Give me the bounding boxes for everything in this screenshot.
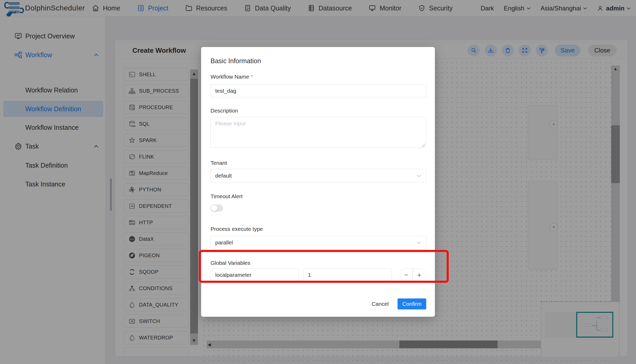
chevron-down-icon — [417, 174, 421, 177]
global-variable-value-input[interactable] — [303, 268, 392, 281]
required-mark: * — [251, 74, 253, 80]
global-variables-label: Global Variables — [211, 260, 426, 266]
description-textarea[interactable] — [211, 117, 426, 148]
global-variable-stepper: − + — [400, 268, 426, 281]
modal-footer: Cancel Confirm — [211, 298, 426, 309]
timeout-alert-toggle[interactable] — [211, 204, 223, 212]
process-execute-type-select[interactable]: parallel — [211, 236, 426, 249]
tenant-label: Tenant — [211, 160, 426, 166]
description-label: Description — [211, 108, 426, 114]
workflow-name-label: Workflow Name* — [211, 74, 426, 80]
basic-information-modal: Basic Information Workflow Name* Descrip… — [201, 47, 435, 317]
tenant-select[interactable]: default — [211, 169, 426, 183]
global-variables-row: − + — [211, 268, 426, 281]
cancel-button[interactable]: Cancel — [372, 301, 389, 307]
process-execute-type-label: Process execute type — [211, 226, 426, 232]
workflow-name-input[interactable] — [211, 84, 426, 97]
remove-variable-button[interactable]: − — [400, 268, 413, 281]
confirm-button[interactable]: Confirm — [398, 298, 426, 309]
chevron-down-icon — [417, 241, 421, 244]
toggle-knob — [211, 205, 217, 211]
resize-grip-icon[interactable] — [422, 143, 425, 147]
modal-title: Basic Information — [211, 57, 426, 65]
global-variable-key-input[interactable] — [211, 268, 299, 281]
timeout-alert-label: Timeout Alert — [211, 193, 426, 199]
add-variable-button[interactable]: + — [413, 268, 426, 281]
